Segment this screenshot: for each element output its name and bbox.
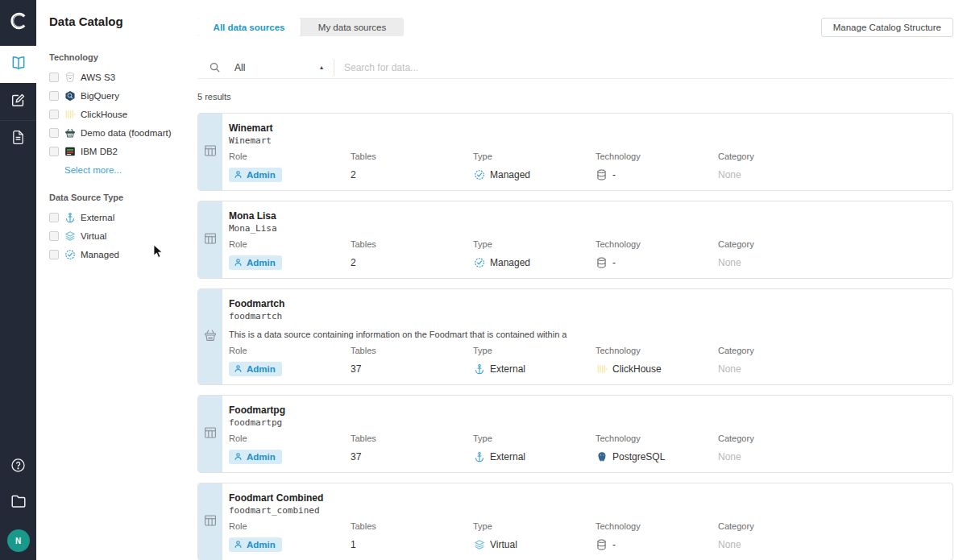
tables-column: Tables 2 xyxy=(351,239,473,270)
column-label: Technology xyxy=(596,239,718,250)
type-column: Type Managed xyxy=(473,151,596,182)
data-source-title: Foodmart Combined xyxy=(229,492,940,504)
search-scope-select[interactable]: All ▴ xyxy=(234,62,323,73)
data-source-card[interactable]: Foodmartch foodmartch This is a data sou… xyxy=(197,288,953,385)
card-columns: Role Admin Tables 37 Type xyxy=(229,433,940,464)
ibm-db2-icon xyxy=(64,146,76,158)
app-logo[interactable] xyxy=(0,0,36,46)
aws-s3-checkbox[interactable] xyxy=(49,73,59,82)
role-value: Admin xyxy=(247,170,276,180)
filter-label: Demo data (foodmart) xyxy=(81,128,172,138)
category-column: Category None xyxy=(718,151,940,182)
filter-item-ibm-db2: IBM DB2 xyxy=(49,144,189,159)
clickhouse-icon xyxy=(596,363,608,375)
type-column: Type External xyxy=(473,346,596,376)
technology-column: Technology - xyxy=(596,239,718,270)
search-input[interactable] xyxy=(344,62,953,73)
data-source-card[interactable]: Foodmart Combined foodmart_combined Role… xyxy=(197,483,953,560)
column-label: Category xyxy=(718,239,940,250)
tables-value: 37 xyxy=(351,362,473,376)
technology-value: ClickHouse xyxy=(612,363,662,375)
user-avatar[interactable]: N xyxy=(7,529,30,552)
type-column: Type External xyxy=(473,433,596,464)
technology-column: Technology ClickHouse xyxy=(596,346,718,376)
card-body: Winemart Winemart Role Admin Tables 2 xyxy=(222,114,952,190)
aws-s3-icon xyxy=(64,72,76,84)
role-value: Admin xyxy=(247,364,276,374)
folder-icon[interactable] xyxy=(10,494,27,512)
filter-item-bigquery: BigQuery xyxy=(49,89,189,103)
filter-item-clickhouse: ClickHouse xyxy=(49,107,189,122)
sidebar-bottom: N xyxy=(0,458,36,560)
role-badge: Admin xyxy=(229,537,282,552)
bigquery-checkbox[interactable] xyxy=(49,91,59,101)
data-source-card[interactable]: Foodmartpg foodmartpg Role Admin Tables … xyxy=(197,395,953,473)
virtual-checkbox[interactable] xyxy=(49,231,59,241)
database-icon xyxy=(596,169,608,181)
data-source-description: This is a data source containing informa… xyxy=(229,330,940,340)
type-column: Type Virtual xyxy=(473,521,596,552)
tables-column: Tables 37 xyxy=(351,433,473,464)
role-badge: Admin xyxy=(229,168,282,182)
basket-icon xyxy=(203,328,218,346)
document-icon xyxy=(11,130,25,148)
card-columns: Role Admin Tables 2 Type xyxy=(229,151,940,182)
card-type-strip xyxy=(198,289,222,384)
column-label: Technology xyxy=(596,521,718,532)
data-source-title: Foodmartpg xyxy=(229,404,940,416)
card-type-strip xyxy=(198,201,222,278)
data-source-code: foodmartch xyxy=(229,311,940,321)
data-source-title: Winemart xyxy=(229,122,940,134)
ibm-db2-checkbox[interactable] xyxy=(49,147,59,156)
filter-label: AWS S3 xyxy=(81,73,115,82)
filter-item-virtual: Virtual xyxy=(49,229,189,243)
sidebar-item-data-catalog[interactable] xyxy=(0,46,36,83)
card-body: Foodmartch foodmartch This is a data sou… xyxy=(222,289,952,384)
role-value: Admin xyxy=(247,452,276,462)
column-label: Category xyxy=(718,433,940,444)
data-source-card[interactable]: Winemart Winemart Role Admin Tables 2 xyxy=(197,113,953,191)
database-icon xyxy=(596,539,608,551)
data-source-card[interactable]: Mona Lisa Mona_Lisa Role Admin Tables 2 xyxy=(197,201,953,279)
data-catalog-screen: N Data Catalog Technology AWS S3 BigQuer… xyxy=(0,0,967,560)
column-label: Tables xyxy=(351,521,473,532)
tab-all-data-sources[interactable]: All data sources xyxy=(197,18,301,36)
category-value: None xyxy=(718,168,940,182)
source-type-filter-list: External Virtual Managed xyxy=(49,210,189,262)
card-columns: Role Admin Tables 1 Type xyxy=(229,521,940,552)
column-label: Tables xyxy=(351,239,473,250)
sidebar-item-documents[interactable] xyxy=(0,120,36,157)
manage-catalog-structure-button[interactable]: Manage Catalog Structure xyxy=(821,18,953,37)
technology-column: Technology PostgreSQL xyxy=(596,433,718,464)
role-badge: Admin xyxy=(229,255,282,270)
role-column: Role Admin xyxy=(229,239,351,270)
card-columns: Role Admin Tables 37 Type xyxy=(229,346,940,376)
clickhouse-checkbox[interactable] xyxy=(49,110,59,119)
clickhouse-icon xyxy=(64,109,76,121)
person-icon xyxy=(234,452,243,463)
column-label: Role xyxy=(229,239,351,250)
column-label: Type xyxy=(473,239,596,250)
tables-column: Tables 1 xyxy=(351,521,473,552)
managed-checkbox[interactable] xyxy=(49,250,59,259)
type-value: External xyxy=(490,451,525,463)
demo-data-checkbox[interactable] xyxy=(49,128,59,138)
column-label: Role xyxy=(229,151,351,162)
type-value: Managed xyxy=(490,257,530,268)
sidebar-item-edit[interactable] xyxy=(0,83,36,120)
help-icon[interactable] xyxy=(10,458,26,476)
column-label: Type xyxy=(473,346,596,356)
tab-my-data-sources[interactable]: My data sources xyxy=(301,18,404,36)
person-icon xyxy=(234,258,243,268)
card-type-strip xyxy=(198,483,222,560)
technology-filter-list: AWS S3 BigQuery ClickHouse Demo data (fo… xyxy=(49,70,189,159)
filter-label: ClickHouse xyxy=(81,110,127,119)
person-icon xyxy=(234,364,243,375)
type-column: Type Managed xyxy=(473,239,596,270)
external-checkbox[interactable] xyxy=(49,213,59,222)
search-icon xyxy=(208,61,221,74)
column-label: Technology xyxy=(596,346,718,356)
data-source-code: foodmartpg xyxy=(229,417,940,428)
sidebar-spacer xyxy=(0,157,36,458)
select-more-link[interactable]: Select more... xyxy=(49,165,189,175)
